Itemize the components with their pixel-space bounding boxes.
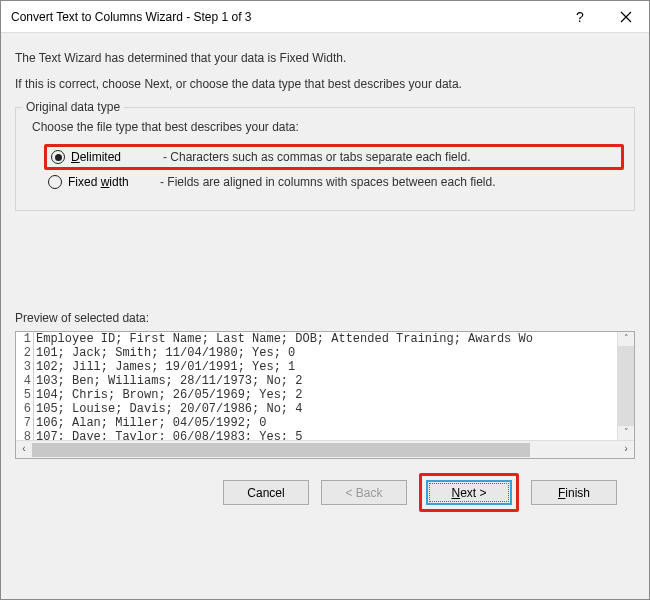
radio-options: Delimited - Characters such as commas or… <box>44 144 624 192</box>
preview-row: 103; Ben; Williams; 28/11/1973; No; 2 <box>36 374 617 388</box>
wizard-dialog: Convert Text to Columns Wizard - Step 1 … <box>0 0 650 600</box>
titlebar: Convert Text to Columns Wizard - Step 1 … <box>1 1 649 33</box>
preview-row: 106; Alan; Miller; 04/05/1992; 0 <box>36 416 617 430</box>
finish-button[interactable]: Finish <box>531 480 617 505</box>
preview-panel: 12345678 Employee ID; First Name; Last N… <box>15 331 635 459</box>
button-row: Cancel < Back Next > Finish <box>15 459 635 526</box>
scroll-left-icon: ‹ <box>16 444 32 455</box>
preview-row: 107; Dave; Taylor; 06/08/1983; Yes; 5 <box>36 430 617 440</box>
preview-row: 105; Louise; Davis; 20/07/1986; No; 4 <box>36 402 617 416</box>
close-button[interactable] <box>603 1 649 33</box>
radio-fixed-width[interactable]: Fixed width - Fields are aligned in colu… <box>44 172 624 192</box>
scroll-track <box>618 346 634 426</box>
radio-icon <box>51 150 65 164</box>
preview-line-numbers: 12345678 <box>16 332 34 440</box>
next-button[interactable]: Next > <box>426 480 512 505</box>
choose-label: Choose the file type that best describes… <box>32 120 624 134</box>
scroll-up-icon: ˄ <box>618 332 634 346</box>
preview-row: Employee ID; First Name; Last Name; DOB;… <box>36 332 617 346</box>
next-highlight: Next > <box>419 473 519 512</box>
group-legend: Original data type <box>22 100 124 114</box>
original-data-type-group: Original data type Choose the file type … <box>15 107 635 211</box>
vertical-scrollbar[interactable]: ˄ ˅ <box>617 332 634 440</box>
radio-delimited[interactable]: Delimited - Characters such as commas or… <box>44 144 624 170</box>
dialog-content: The Text Wizard has determined that your… <box>1 33 649 599</box>
scroll-right-icon: › <box>618 444 634 455</box>
preview-row: 101; Jack; Smith; 11/04/1980; Yes; 0 <box>36 346 617 360</box>
preview-text: Employee ID; First Name; Last Name; DOB;… <box>34 332 617 440</box>
close-icon <box>620 11 632 23</box>
radio-fixed-width-label: Fixed width <box>68 175 154 189</box>
scroll-thumb[interactable] <box>32 443 530 457</box>
radio-icon <box>48 175 62 189</box>
intro-text-2: If this is correct, choose Next, or choo… <box>15 77 635 91</box>
window-title: Convert Text to Columns Wizard - Step 1 … <box>11 10 557 24</box>
preview-row: 104; Chris; Brown; 26/05/1969; Yes; 2 <box>36 388 617 402</box>
horizontal-scrollbar[interactable]: ‹ › <box>16 440 634 458</box>
preview-label: Preview of selected data: <box>15 311 635 325</box>
preview-row: 102; Jill; James; 19/01/1991; Yes; 1 <box>36 360 617 374</box>
back-button[interactable]: < Back <box>321 480 407 505</box>
cancel-button[interactable]: Cancel <box>223 480 309 505</box>
intro-text-1: The Text Wizard has determined that your… <box>15 51 635 65</box>
radio-fixed-width-desc: - Fields are aligned in columns with spa… <box>160 175 496 189</box>
help-button[interactable]: ? <box>557 1 603 33</box>
scroll-down-icon: ˅ <box>618 426 634 440</box>
radio-delimited-label: Delimited <box>71 150 157 164</box>
scroll-track <box>32 443 618 457</box>
radio-delimited-desc: - Characters such as commas or tabs sepa… <box>163 150 470 164</box>
